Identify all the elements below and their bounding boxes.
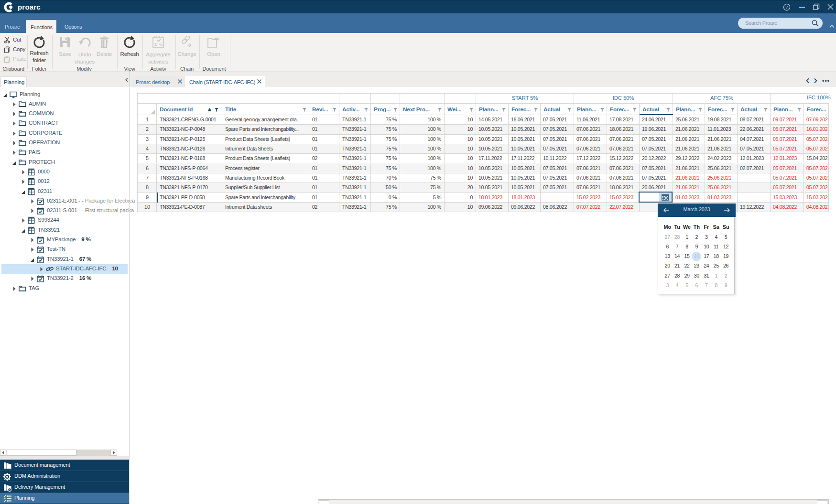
svg-text:Σ: Σ — [154, 42, 157, 47]
svg-text:?: ? — [785, 4, 788, 10]
svg-text:%: % — [159, 43, 163, 47]
